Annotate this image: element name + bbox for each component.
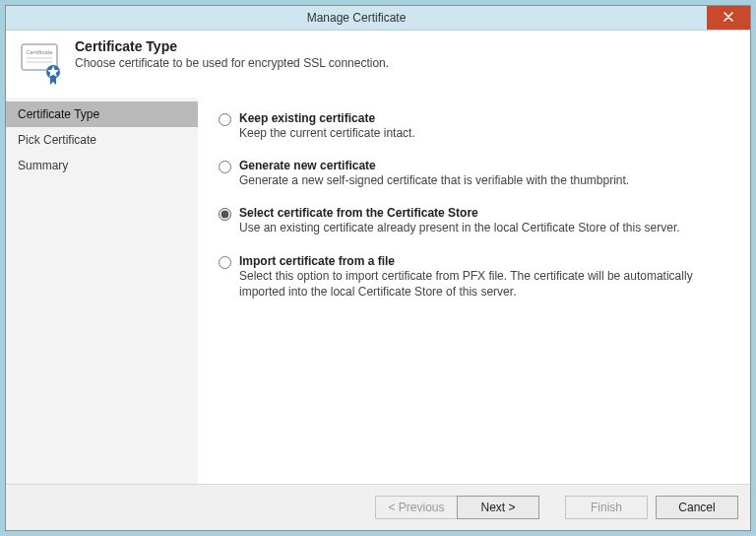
option-desc: Use an existing certificate already pres… — [239, 221, 680, 234]
option-from-store[interactable]: Select certificate from the Certificate … — [219, 206, 730, 235]
option-title: Generate new certificate — [239, 159, 376, 172]
step-label: Certificate Type — [18, 107, 99, 121]
step-certificate-type[interactable]: Certificate Type — [6, 101, 198, 127]
close-icon — [724, 11, 733, 25]
radio-from-store[interactable] — [219, 208, 231, 221]
close-button[interactable] — [707, 6, 750, 30]
svg-text:Certificate: Certificate — [26, 49, 53, 55]
previous-button[interactable]: < Previous — [375, 496, 458, 519]
step-pick-certificate[interactable]: Pick Certificate — [6, 127, 198, 153]
option-generate-new[interactable]: Generate new certificate Generate a new … — [219, 159, 730, 188]
step-label: Pick Certificate — [18, 133, 96, 147]
option-title: Import certificate from a file — [239, 254, 395, 268]
finish-button[interactable]: Finish — [565, 496, 648, 519]
radio-import-file[interactable] — [219, 256, 231, 269]
option-import-file[interactable]: Import certificate from a file Select th… — [219, 254, 730, 300]
option-desc: Keep the current certificate intact. — [239, 126, 415, 140]
radio-keep-existing[interactable] — [219, 113, 231, 126]
radio-generate-new[interactable] — [219, 161, 231, 173]
wizard-footer: < Previous Next > Finish Cancel — [6, 484, 750, 530]
manage-certificate-dialog: Manage Certificate Certificate — [5, 5, 751, 531]
cancel-button[interactable]: Cancel — [656, 496, 738, 519]
certificate-icon: Certificate — [18, 38, 65, 86]
window-title: Manage Certificate — [6, 6, 707, 30]
wizard-steps-sidebar: Certificate Type Pick Certificate Summar… — [6, 98, 199, 484]
next-button[interactable]: Next > — [457, 496, 539, 519]
wizard-header: Certificate Certificate Type Choose cert… — [6, 31, 750, 98]
step-label: Summary — [18, 159, 68, 172]
option-title: Keep existing certificate — [239, 111, 375, 125]
titlebar: Manage Certificate — [6, 6, 750, 31]
option-desc: Generate a new self-signed certificate t… — [239, 173, 629, 187]
step-summary[interactable]: Summary — [6, 153, 198, 178]
option-keep-existing[interactable]: Keep existing certificate Keep the curre… — [219, 111, 730, 141]
header-subtitle: Choose certificate to be used for encryp… — [75, 56, 389, 70]
option-desc: Select this option to import certificate… — [239, 269, 693, 299]
header-title: Certificate Type — [75, 38, 389, 54]
option-title: Select certificate from the Certificate … — [239, 206, 478, 220]
wizard-content: Keep existing certificate Keep the curre… — [199, 98, 750, 484]
